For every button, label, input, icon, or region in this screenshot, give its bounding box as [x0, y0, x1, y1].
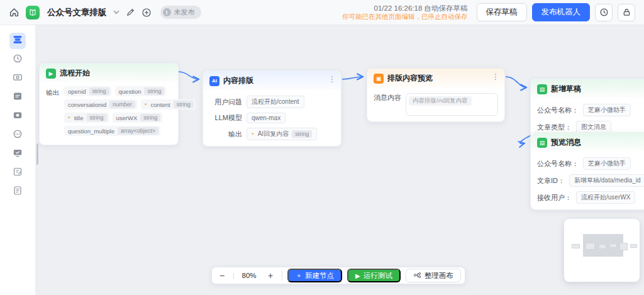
output-variable: *contentstring	[141, 99, 196, 109]
field-label: 公众号名称：	[537, 159, 579, 169]
run-test-button[interactable]: ▶ 运行测试	[347, 269, 401, 282]
required-mark: *	[252, 131, 254, 138]
variable-name: userWX	[116, 114, 138, 121]
minimap-node	[609, 243, 617, 248]
node-header: ▤新增草稿	[531, 79, 644, 98]
card-icon	[13, 72, 23, 85]
node-preview-message[interactable]: ▤预览消息公众号名称：芝麻小微助手文章ID：新增草稿/data/media_id…	[530, 132, 644, 210]
minimap[interactable]	[564, 219, 640, 282]
field-row: 用户问题流程开始/content	[209, 96, 335, 108]
field-value: 图文消息	[576, 121, 611, 133]
message-content-box[interactable]: 内容排版/AI回复内容	[406, 93, 498, 116]
sidebar-item-workflow[interactable]	[9, 33, 26, 49]
field-label: 消息内容	[374, 93, 401, 103]
variable-type: string	[174, 101, 194, 108]
zoom-in-button[interactable]: +	[264, 269, 277, 282]
output-variable: *titlestring	[64, 113, 109, 123]
output-variable: questionstring	[115, 86, 167, 96]
node-content-format[interactable]: AI内容排版⋮用户问题流程开始/contentLLM模型qwen-max输出*A…	[203, 70, 341, 147]
publish-bot-button[interactable]: 发布机器人	[532, 3, 591, 21]
output-row: openidstringquestionstring	[64, 86, 196, 96]
field-row: 消息内容内容排版/AI回复内容	[374, 93, 498, 116]
sidebar-item-document[interactable]	[9, 184, 26, 200]
chevron-down-icon[interactable]	[113, 10, 119, 14]
play-icon: ▶	[46, 69, 56, 79]
lock-icon[interactable]	[618, 4, 635, 21]
plus-circle-icon[interactable]	[142, 8, 152, 18]
message-icon: ▤	[537, 138, 547, 148]
output-row: conversationidnumber*contentstring	[64, 99, 196, 109]
output-row: *titlestringuserWXstring	[64, 113, 196, 123]
sidebar-item-camera[interactable]	[9, 108, 26, 125]
field-label: 公众号名称：	[537, 106, 579, 115]
node-title: 新增草稿	[551, 84, 581, 94]
variable-type: string	[87, 114, 107, 121]
node-title: 内容排版	[223, 75, 253, 86]
history-clock-icon[interactable]	[595, 4, 613, 21]
minimap-node	[572, 244, 580, 248]
variable-ref-pill: 内容排版/AI回复内容	[409, 96, 472, 106]
flow-canvas[interactable]: ▶流程开始输出openidstringquestionstringconvers…	[36, 25, 644, 295]
node-body: 消息内容内容排版/AI回复内容	[367, 87, 504, 121]
node-header: AI内容排版⋮	[203, 71, 341, 90]
field-row: 公众号名称：芝麻小微助手	[537, 104, 644, 116]
plus-icon: ＋	[296, 271, 302, 280]
arrange-canvas-button[interactable]: 整理画布	[406, 269, 461, 282]
home-icon[interactable]	[9, 7, 19, 18]
variable-type: string	[292, 130, 312, 138]
field-label: 文章ID：	[537, 176, 565, 186]
workflow-icon	[13, 35, 23, 47]
variable-name: openid	[68, 88, 86, 95]
field-value: 流程开始/userWX	[576, 191, 635, 204]
divider	[233, 273, 234, 279]
save-draft-button[interactable]: 保存草稿	[477, 3, 527, 21]
sidebar-item-form[interactable]	[9, 165, 26, 181]
node-new-draft[interactable]: ▤新增草稿公众号名称：芝麻小微助手文章类型：图文消息	[530, 79, 644, 140]
node-flow-start[interactable]: ▶流程开始输出openidstringquestionstringconvers…	[39, 63, 179, 145]
node-header: ▤预览消息	[531, 133, 644, 152]
sidebar-item-chat[interactable]	[9, 127, 26, 143]
output-variable: openidstring	[64, 86, 111, 96]
monitor-icon	[13, 148, 23, 160]
zoom-level: 80%	[239, 272, 259, 279]
page-title[interactable]: 公众号文章排版	[47, 7, 107, 18]
field-label: 用户问题	[209, 97, 242, 107]
sidebar-item-card[interactable]	[9, 70, 26, 87]
output-variable: question_multiplearray<object>	[64, 126, 160, 136]
node-header: ▣排版内容预览⋮	[367, 69, 504, 87]
variable-name: conversationid	[68, 101, 106, 108]
output-variable: userWXstring	[113, 113, 163, 123]
status-badge: ! 未发布	[160, 6, 201, 19]
document-icon	[13, 186, 23, 198]
add-node-button[interactable]: ＋ 新建节点	[287, 269, 342, 282]
field-value: 新增草稿/data/media_id	[569, 174, 644, 187]
sidebar-item-clock[interactable]	[9, 52, 26, 68]
canvas-toolbar: − 80% + ＋ 新建节点 ▶ 运行测试 整理画布	[211, 267, 465, 284]
status-badge-label: 未发布	[174, 8, 195, 17]
field-row: 文章类型：图文消息	[537, 121, 644, 133]
field-row: 公众号名称：芝麻小微助手	[537, 157, 644, 170]
variable-type: string	[140, 114, 160, 121]
autosave-warning: 你可能已在其他页面编辑，已停止自动保存	[342, 13, 468, 21]
zoom-out-button[interactable]: −	[216, 269, 228, 282]
more-menu-icon[interactable]: ⋮	[492, 72, 499, 81]
chat-icon	[13, 129, 23, 142]
field-value: 流程开始/content	[247, 96, 304, 108]
info-icon: !	[163, 8, 171, 16]
left-sidebar	[0, 25, 36, 295]
field-value: 芝麻小微助手	[583, 157, 631, 170]
sidebar-item-archive[interactable]	[9, 89, 26, 106]
arrange-layout-icon	[413, 271, 421, 281]
field-row: 文章ID：新增草稿/data/media_id	[537, 174, 644, 187]
sidebar-item-monitor[interactable]	[9, 146, 26, 162]
play-icon: ▶	[355, 272, 360, 279]
vertical-scrollbar[interactable]	[36, 143, 38, 165]
field-value: qwen-max	[247, 113, 286, 123]
node-content-preview[interactable]: ▣排版内容预览⋮消息内容内容排版/AI回复内容	[367, 68, 505, 122]
app-logo-book-icon	[26, 6, 40, 19]
more-menu-icon[interactable]: ⋮	[328, 75, 336, 84]
edit-pencil-icon[interactable]	[126, 8, 135, 17]
draft-icon: ▤	[537, 84, 547, 94]
field-label: 文章类型：	[537, 123, 572, 132]
variable-type: string	[144, 87, 164, 95]
